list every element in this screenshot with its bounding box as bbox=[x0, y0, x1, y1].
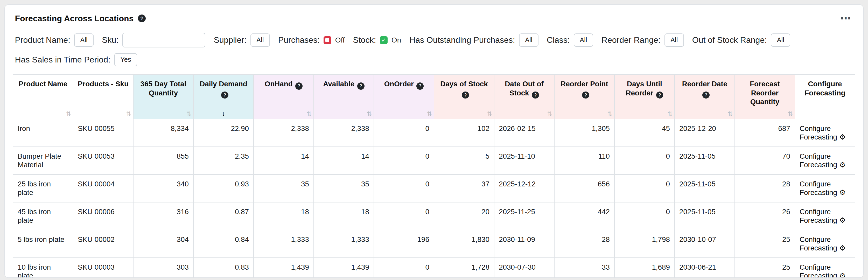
out-of-stock-range-filter-label: Out of Stock Range: bbox=[692, 35, 767, 45]
purchases-toggle-checkbox[interactable] bbox=[323, 36, 331, 44]
sort-icon[interactable]: ⇅ bbox=[186, 111, 192, 117]
help-icon[interactable]: ? bbox=[462, 92, 469, 99]
has-sales-filter-button[interactable]: Yes bbox=[114, 53, 137, 66]
cell-onorder: 0 bbox=[374, 258, 434, 278]
cell-available: 1,439 bbox=[314, 258, 374, 278]
cell-product-name: 45 lbs iron plate bbox=[13, 202, 73, 230]
cell-onhand: 1,333 bbox=[253, 230, 314, 258]
page-title: Forecasting Across Locations bbox=[15, 14, 134, 23]
sort-icon[interactable]: ⇅ bbox=[728, 111, 733, 117]
table-row: 45 lbs iron plateSKU 000063160.871818020… bbox=[13, 202, 855, 230]
product-name-filter-label: Product Name: bbox=[15, 35, 70, 45]
cell-reorder-point: 28 bbox=[554, 230, 615, 258]
sort-icon[interactable]: ⇅ bbox=[668, 111, 673, 117]
cell-product-name: 10 lbs iron plate bbox=[13, 258, 73, 278]
column-header-date-out-of-stock[interactable]: Date Out of Stock?⇅ bbox=[494, 74, 554, 119]
column-label: OnOrder bbox=[384, 80, 414, 88]
sku-input[interactable] bbox=[122, 33, 205, 48]
help-icon[interactable]: ? bbox=[295, 83, 303, 90]
column-header-reorder-date[interactable]: Reorder Date?⇅ bbox=[675, 74, 735, 119]
help-icon[interactable]: ? bbox=[532, 92, 539, 99]
sort-desc-icon[interactable]: ↓ bbox=[194, 110, 253, 117]
cell-days-of-stock: 102 bbox=[434, 119, 494, 147]
sort-icon[interactable]: ⇅ bbox=[307, 111, 312, 117]
cell-product-name: Bumper Plate Material bbox=[13, 147, 73, 175]
more-options-icon[interactable]: ⋯ bbox=[838, 13, 853, 24]
column-header-days-of-stock[interactable]: Days of Stock?⇅ bbox=[434, 74, 494, 119]
help-icon[interactable]: ? bbox=[221, 92, 228, 99]
filter-bar: Product Name: All Sku: Supplier: All Pur… bbox=[5, 27, 863, 51]
help-icon[interactable]: ? bbox=[702, 92, 710, 99]
forecast-table: Product Name⇅Products - Sku⇅365 Day Tota… bbox=[13, 74, 855, 278]
sort-icon[interactable]: ⇅ bbox=[367, 111, 372, 117]
product-name-filter-button[interactable]: All bbox=[74, 33, 94, 46]
configure-forecasting-link[interactable]: Configure Forecasting ⚙ bbox=[800, 180, 846, 196]
cell-365-day-total-quantity: 316 bbox=[133, 202, 193, 230]
sort-icon[interactable]: ⇅ bbox=[788, 111, 793, 117]
column-header-available[interactable]: Available?⇅ bbox=[314, 74, 374, 119]
cell-daily-demand: 0.87 bbox=[193, 202, 253, 230]
configure-forecasting-link[interactable]: Configure Forecasting ⚙ bbox=[800, 124, 846, 141]
sort-icon[interactable]: ⇅ bbox=[427, 111, 432, 117]
table-row: IronSKU 000558,33422.902,3382,3380102202… bbox=[13, 119, 855, 147]
cell-product-name: Iron bbox=[13, 119, 73, 147]
sort-icon[interactable]: ⇅ bbox=[487, 111, 492, 117]
column-header-onorder[interactable]: OnOrder?⇅ bbox=[374, 74, 434, 119]
column-header-forecast-reorder-quantity[interactable]: Forecast Reorder Quantity⇅ bbox=[735, 74, 795, 119]
column-header-reorder-point[interactable]: Reorder Point?⇅ bbox=[554, 74, 615, 119]
sort-icon[interactable]: ⇅ bbox=[547, 111, 553, 117]
cell-products-sku: SKU 00004 bbox=[73, 175, 133, 202]
class-filter-button[interactable]: All bbox=[574, 33, 593, 46]
sort-icon[interactable]: ⇅ bbox=[66, 111, 71, 117]
help-icon[interactable]: ? bbox=[416, 83, 424, 90]
column-header-365-day-total-quantity[interactable]: 365 Day Total Quantity⇅ bbox=[133, 74, 193, 119]
help-icon[interactable]: ? bbox=[357, 83, 365, 90]
table-row: 5 lbs iron plateSKU 000023040.841,3331,3… bbox=[13, 230, 855, 258]
column-header-days-until-reorder[interactable]: Days Until Reorder?⇅ bbox=[615, 74, 675, 119]
title-help-icon[interactable]: ? bbox=[138, 14, 146, 22]
column-header-product-name[interactable]: Product Name⇅ bbox=[13, 74, 73, 119]
forecasting-card: Forecasting Across Locations ? ⋯ Product… bbox=[4, 4, 864, 278]
configure-forecasting-link[interactable]: Configure Forecasting ⚙ bbox=[800, 236, 846, 252]
cell-365-day-total-quantity: 304 bbox=[133, 230, 193, 258]
sort-icon[interactable]: ⇅ bbox=[608, 111, 613, 117]
configure-forecasting-link[interactable]: Configure Forecasting ⚙ bbox=[800, 152, 846, 169]
sort-icon[interactable]: ⇅ bbox=[126, 111, 131, 117]
sku-filter-label: Sku: bbox=[102, 35, 119, 45]
cell-onhand: 1,439 bbox=[253, 258, 314, 278]
cell-date-out-of-stock: 2025-11-10 bbox=[494, 147, 554, 175]
filter-outstanding-purchases: Has Outstanding Purchases: All bbox=[409, 33, 538, 46]
filter-supplier: Supplier: All bbox=[214, 33, 270, 46]
cell-date-out-of-stock: 2030-07-30 bbox=[494, 258, 554, 278]
outstanding-purchases-filter-button[interactable]: All bbox=[519, 33, 538, 46]
cell-daily-demand: 0.93 bbox=[193, 175, 253, 202]
stock-toggle-checkbox[interactable]: ✓ bbox=[380, 36, 388, 44]
help-icon[interactable]: ? bbox=[656, 92, 663, 99]
column-header-onhand[interactable]: OnHand?⇅ bbox=[253, 74, 314, 119]
column-label: Available bbox=[323, 80, 354, 88]
filter-stock: Stock: ✓ On bbox=[353, 35, 401, 45]
cell-reorder-date: 2030-10-07 bbox=[675, 230, 735, 258]
supplier-filter-button[interactable]: All bbox=[250, 33, 270, 46]
table-header-row: Product Name⇅Products - Sku⇅365 Day Tota… bbox=[13, 74, 855, 119]
cell-forecast-reorder-quantity: 28 bbox=[735, 175, 795, 202]
cell-available: 2,338 bbox=[314, 119, 374, 147]
column-header-daily-demand[interactable]: Daily Demand?↓ bbox=[193, 74, 253, 119]
configure-forecasting-link[interactable]: Configure Forecasting ⚙ bbox=[800, 208, 846, 224]
help-icon[interactable]: ? bbox=[582, 92, 589, 99]
out-of-stock-range-filter-button[interactable]: All bbox=[771, 33, 790, 46]
table-row: Bumper Plate MaterialSKU 000538552.35141… bbox=[13, 147, 855, 175]
cell-forecast-reorder-quantity: 25 bbox=[735, 230, 795, 258]
configure-forecasting-link[interactable]: Configure Forecasting ⚙ bbox=[800, 263, 846, 278]
supplier-filter-label: Supplier: bbox=[214, 35, 246, 45]
cell-products-sku: SKU 00002 bbox=[73, 230, 133, 258]
cell-onhand: 2,338 bbox=[253, 119, 314, 147]
cell-onorder: 196 bbox=[374, 230, 434, 258]
column-label: Reorder Point bbox=[560, 80, 608, 88]
column-header-products-sku[interactable]: Products - Sku⇅ bbox=[73, 74, 133, 119]
cell-reorder-point: 33 bbox=[554, 258, 615, 278]
column-label: Product Name bbox=[19, 80, 67, 88]
cell-365-day-total-quantity: 303 bbox=[133, 258, 193, 278]
reorder-range-filter-button[interactable]: All bbox=[664, 33, 684, 46]
class-filter-label: Class: bbox=[547, 35, 570, 45]
